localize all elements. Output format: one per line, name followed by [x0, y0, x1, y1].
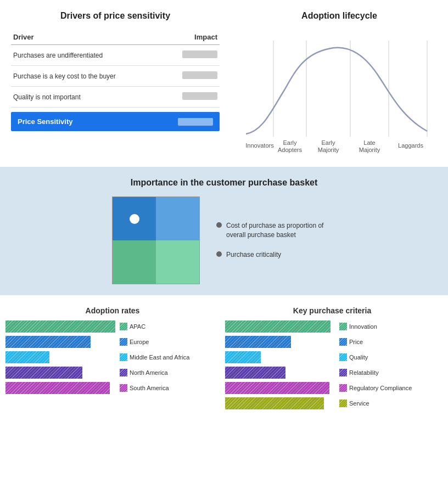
- bar-hatch-icon: [339, 338, 347, 346]
- bar-container: [225, 397, 335, 409]
- bar-container: [5, 382, 115, 394]
- bar-label-text: North America: [130, 369, 206, 376]
- legend-dot-1: [216, 222, 222, 228]
- svg-text:Late: Late: [363, 139, 375, 146]
- price-sensitivity-badge: [178, 118, 213, 126]
- bar-label-text: Price: [349, 339, 426, 345]
- bar: [5, 320, 115, 333]
- bar-hatch-icon: [339, 323, 347, 330]
- bar-legend: Relatability: [339, 369, 426, 376]
- bar-legend: Innovation: [339, 323, 426, 330]
- legend-text-1: Cost of purchase as proportion of overal…: [226, 221, 336, 240]
- medium-badge: [182, 71, 217, 79]
- lifecycle-chart: Innovators Early Adopters Early Majority…: [240, 30, 438, 161]
- bar: [225, 367, 285, 379]
- bar-label-text: Innovation: [349, 323, 426, 330]
- bar-label-text: South America: [130, 385, 206, 391]
- bar-hatch-icon: [120, 323, 127, 330]
- key-purchase-title: Key purchase criteria: [225, 306, 439, 315]
- bottom-section: Adoption rates APACEuropeMiddle East and…: [0, 295, 448, 418]
- bar-hatch-icon: [339, 400, 347, 407]
- medium-badge: [182, 50, 217, 58]
- quadrant-4: [156, 240, 199, 284]
- table-row: Quality is not important: [11, 87, 220, 108]
- bar-row: North America: [5, 367, 220, 379]
- bar-legend: Quality: [339, 353, 426, 361]
- quadrant-3: [113, 240, 156, 284]
- bar-row: South America: [5, 382, 220, 394]
- bar-label-text: Relatability: [349, 369, 426, 376]
- legend-item-1: Cost of purchase as proportion of overal…: [216, 221, 336, 240]
- bar-legend: Price: [339, 338, 426, 346]
- driver-impact: [163, 87, 220, 108]
- bar-row: Service: [225, 397, 439, 409]
- bar-row: Innovation: [225, 320, 439, 333]
- bar-row: Relatability: [225, 367, 439, 379]
- adoption-bar-chart: APACEuropeMiddle East and AfricaNorth Am…: [5, 320, 220, 394]
- bar-container: [5, 320, 115, 333]
- adoption-rates: Adoption rates APACEuropeMiddle East and…: [5, 306, 220, 413]
- bar: [225, 351, 261, 363]
- bar-hatch-icon: [120, 338, 127, 346]
- bar-hatch-icon: [339, 384, 347, 392]
- driver-name: Purchases are undifferentiated: [11, 45, 163, 66]
- bar-hatch-icon: [120, 369, 127, 376]
- bar-hatch-icon: [120, 384, 127, 392]
- bar: [5, 351, 49, 363]
- bar-label-text: Middle East and Africa: [130, 354, 206, 361]
- quadrant-2: [156, 197, 199, 240]
- bar-hatch: [225, 367, 285, 379]
- bar-hatch: [225, 336, 291, 348]
- table-row: Purchases are undifferentiated: [11, 45, 220, 66]
- legend-items: Cost of purchase as proportion of overal…: [216, 221, 336, 260]
- drivers-title: Drivers of price sensitivity: [11, 11, 220, 21]
- bar: [5, 336, 91, 348]
- legend-text-2: Purchase criticality: [226, 250, 281, 260]
- legend-item-2: Purchase criticality: [216, 250, 336, 260]
- middle-title: Importance in the customer purchase bask…: [16, 178, 432, 188]
- bar: [225, 336, 291, 348]
- bar: [225, 397, 324, 409]
- bar-legend: Service: [339, 400, 426, 407]
- bar-container: [5, 336, 115, 348]
- bar-label-text: Europe: [130, 339, 206, 345]
- driver-name: Quality is not important: [11, 87, 163, 108]
- bar-legend: Europe: [120, 338, 206, 346]
- middle-section: Importance in the customer purchase bask…: [0, 167, 448, 295]
- bar-row: Regulatory Compliance: [225, 382, 439, 394]
- bar: [225, 382, 329, 394]
- bar-hatch-icon: [339, 353, 347, 361]
- bar: [5, 382, 110, 394]
- col-driver: Driver: [11, 30, 163, 45]
- quadrant-dot: [130, 214, 139, 224]
- purchase-bar-chart: InnovationPriceQualityRelatabilityRegula…: [225, 320, 439, 409]
- right-panel: Adoption lifecycle Innovators Early Adop…: [231, 5, 448, 167]
- bar-hatch: [225, 397, 324, 409]
- bar-legend: APAC: [120, 323, 206, 330]
- svg-text:Majority: Majority: [359, 147, 380, 153]
- svg-text:Early: Early: [283, 139, 297, 146]
- bar-hatch: [5, 336, 91, 348]
- bar: [5, 367, 82, 379]
- bar: [225, 320, 331, 333]
- bar-container: [5, 367, 115, 379]
- bar-hatch: [5, 351, 49, 363]
- bar-row: Price: [225, 336, 439, 348]
- bar-label-text: Quality: [349, 354, 426, 361]
- bar-hatch: [225, 351, 261, 363]
- bar-hatch: [225, 382, 329, 394]
- price-sensitivity-label: Price Sensitivity: [18, 117, 72, 126]
- svg-text:Innovators: Innovators: [245, 142, 274, 149]
- svg-text:Majority: Majority: [318, 147, 339, 153]
- driver-name: Purchase is a key cost to the buyer: [11, 66, 163, 87]
- driver-impact: [163, 45, 220, 66]
- lifecycle-svg: Innovators Early Adopters Early Majority…: [240, 30, 438, 161]
- price-sensitivity-row: Price Sensitivity: [11, 112, 220, 131]
- medium-badge: [182, 92, 217, 100]
- bar-hatch: [5, 382, 110, 394]
- bar-row: Europe: [5, 336, 220, 348]
- quadrant-box: [112, 196, 200, 284]
- middle-content: Cost of purchase as proportion of overal…: [16, 196, 432, 284]
- svg-text:Early: Early: [321, 139, 335, 146]
- bar-legend: North America: [120, 369, 206, 376]
